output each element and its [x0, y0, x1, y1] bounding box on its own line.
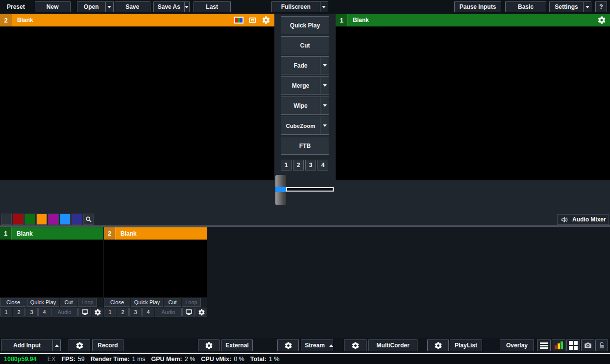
swatch-red[interactable] — [13, 214, 24, 225]
settings-button[interactable]: Settings — [549, 1, 591, 12]
loop-button[interactable]: Loop — [182, 298, 201, 307]
playlist-settings-button[interactable] — [427, 340, 449, 351]
stream-button[interactable]: Stream — [301, 340, 333, 351]
cut-button[interactable]: Cut — [164, 298, 181, 307]
open-dropdown[interactable] — [105, 2, 113, 12]
preview-video — [0, 26, 274, 180]
save-as-button[interactable]: Save As — [153, 1, 190, 12]
tbar-handle[interactable] — [275, 175, 286, 205]
cut-button[interactable]: Cut — [281, 36, 329, 54]
quick-play-button[interactable]: Quick Play — [131, 298, 163, 307]
overlay-button[interactable]: Overlay — [500, 340, 534, 351]
fade-button[interactable]: Fade — [281, 56, 329, 74]
pause-inputs-button[interactable]: Pause Inputs — [454, 1, 501, 12]
open-button[interactable]: Open — [77, 1, 114, 12]
save-as-dropdown[interactable] — [184, 2, 189, 12]
preview-number: 2 — [0, 14, 12, 26]
overlay-3-button[interactable]: 3 — [25, 308, 38, 316]
settings-dropdown[interactable] — [583, 2, 591, 12]
audio-meters-button[interactable] — [552, 340, 565, 351]
merge-button[interactable]: Merge — [281, 76, 329, 95]
lock-button[interactable] — [595, 340, 608, 351]
close-button[interactable]: Close — [0, 298, 26, 307]
quick-play-button[interactable]: Quick Play — [27, 298, 59, 307]
overlay-4-button[interactable]: 4 — [38, 308, 50, 316]
overlay-1-button[interactable]: 1 — [104, 308, 116, 316]
external-button[interactable]: External — [221, 340, 253, 351]
monitor-icon[interactable] — [248, 16, 257, 24]
fade-dropdown[interactable] — [320, 57, 329, 74]
input-2-header[interactable]: 2 Blank — [104, 227, 207, 240]
ftb-button[interactable]: FTB — [281, 137, 329, 155]
search-button[interactable] — [83, 214, 94, 225]
swatch-purple[interactable] — [48, 214, 59, 225]
input-settings-button[interactable] — [92, 308, 103, 316]
input-settings-button[interactable] — [195, 308, 207, 316]
playlist-button[interactable]: PlayList — [450, 340, 482, 351]
stream-settings-button[interactable] — [277, 340, 299, 351]
grid-view-button[interactable] — [566, 340, 580, 351]
fullscreen-button[interactable]: Fullscreen — [271, 1, 328, 12]
overlay-2-button[interactable]: 2 — [117, 308, 129, 316]
stream-dropdown[interactable] — [329, 340, 333, 351]
list-view-button[interactable] — [537, 340, 551, 351]
color-filter-row — [1, 214, 94, 225]
swatch-navy[interactable] — [72, 214, 82, 225]
input-1-video[interactable] — [0, 240, 103, 297]
add-input-dropdown[interactable] — [52, 340, 60, 351]
fullscreen-dropdown[interactable] — [320, 2, 328, 12]
add-input-button[interactable]: Add Input — [1, 340, 61, 351]
multicorder-settings-button[interactable] — [344, 340, 366, 351]
fullscreen-output-button[interactable] — [182, 308, 195, 316]
multicorder-button[interactable]: MultiCorder — [368, 340, 417, 351]
wipe-button[interactable]: Wipe — [281, 97, 329, 115]
quick-play-button[interactable]: Quick Play — [281, 16, 329, 34]
merge-dropdown[interactable] — [320, 77, 329, 94]
audio-mixer-button[interactable]: Audio Mixer — [557, 214, 609, 225]
overlay-1-button[interactable]: 1 — [0, 308, 12, 316]
stinger-4-button[interactable]: 4 — [317, 160, 328, 170]
swatch-blue[interactable] — [60, 214, 71, 225]
record-button[interactable]: Record — [92, 340, 123, 351]
snapshot-button[interactable] — [581, 340, 594, 351]
swatch-none[interactable] — [1, 214, 12, 225]
cut-button[interactable]: Cut — [60, 298, 77, 307]
audio-button[interactable]: Audio — [155, 308, 182, 316]
new-button[interactable]: New — [35, 1, 71, 12]
stinger-3-button[interactable]: 3 — [305, 160, 316, 170]
save-button[interactable]: Save — [115, 1, 150, 12]
loop-button[interactable]: Loop — [78, 298, 97, 307]
close-button[interactable]: Close — [104, 298, 130, 307]
swatch-green[interactable] — [24, 214, 35, 225]
program-video — [336, 26, 610, 180]
stinger-1-button[interactable]: 1 — [281, 160, 292, 170]
hamburger-icon — [540, 342, 548, 349]
cubezoom-button[interactable]: CubeZoom — [281, 117, 329, 135]
caret-down-icon — [322, 6, 326, 8]
gear-icon — [351, 341, 360, 350]
ex-status: EX — [48, 356, 56, 363]
overlay-3-button[interactable]: 3 — [129, 308, 142, 316]
preview-title: Blank — [17, 17, 33, 24]
overlay-4-button[interactable]: 4 — [142, 308, 154, 316]
input-2-video[interactable] — [104, 240, 207, 297]
caret-down-icon — [323, 104, 327, 107]
display-icon — [185, 308, 193, 316]
fullscreen-output-button[interactable] — [78, 308, 91, 316]
overlay-2-button[interactable]: 2 — [13, 308, 25, 316]
colorbars-icon[interactable] — [234, 17, 244, 24]
audio-button[interactable]: Audio — [51, 308, 78, 316]
last-button[interactable]: Last — [194, 1, 231, 12]
gear-icon[interactable] — [597, 16, 606, 24]
basic-button[interactable]: Basic — [505, 1, 546, 12]
swatch-orange[interactable] — [36, 214, 47, 225]
help-button[interactable]: ? — [595, 1, 607, 12]
external-settings-button[interactable] — [198, 340, 220, 351]
cubezoom-dropdown[interactable] — [320, 117, 329, 134]
input-1-header[interactable]: 1 Blank — [0, 227, 103, 240]
gear-icon[interactable] — [262, 16, 270, 24]
gear-icon — [75, 341, 84, 350]
wipe-dropdown[interactable] — [320, 97, 329, 114]
record-settings-button[interactable] — [69, 340, 90, 351]
stinger-2-button[interactable]: 2 — [293, 160, 304, 170]
